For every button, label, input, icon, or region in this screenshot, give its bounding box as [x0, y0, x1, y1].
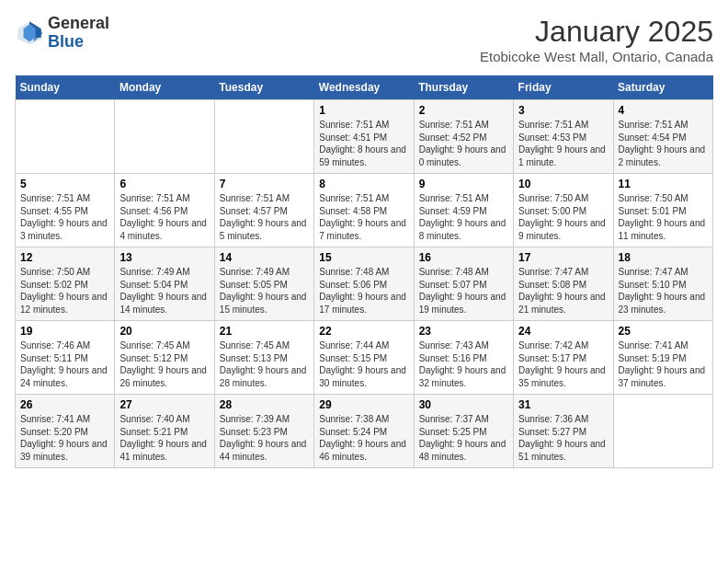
calendar-week-row: 26Sunrise: 7:41 AMSunset: 5:20 PMDayligh…	[16, 395, 713, 468]
day-info: Sunrise: 7:36 AMSunset: 5:27 PMDaylight:…	[518, 413, 608, 463]
day-number: 9	[419, 178, 508, 190]
calendar-cell	[613, 395, 712, 468]
page-header: General Blue January 2025 Etobicoke West…	[15, 15, 713, 64]
day-number: 22	[319, 325, 408, 338]
weekday-header: Wednesday	[314, 75, 414, 100]
day-info: Sunrise: 7:42 AMSunset: 5:17 PMDaylight:…	[518, 339, 608, 389]
calendar-cell: 2Sunrise: 7:51 AMSunset: 4:52 PMDaylight…	[414, 100, 513, 174]
calendar-cell: 3Sunrise: 7:51 AMSunset: 4:53 PMDaylight…	[514, 100, 613, 174]
weekday-header: Thursday	[414, 75, 513, 100]
day-number: 30	[419, 398, 508, 411]
title-section: January 2025 Etobicoke West Mall, Ontari…	[480, 15, 713, 64]
day-number: 11	[619, 178, 708, 190]
weekday-header: Friday	[514, 75, 613, 100]
calendar-cell: 13Sunrise: 7:49 AMSunset: 5:04 PMDayligh…	[115, 247, 214, 321]
calendar-cell: 15Sunrise: 7:48 AMSunset: 5:06 PMDayligh…	[314, 247, 414, 321]
day-number: 19	[20, 325, 109, 338]
calendar-cell: 25Sunrise: 7:41 AMSunset: 5:19 PMDayligh…	[613, 321, 712, 395]
day-number: 27	[119, 398, 209, 411]
day-number: 4	[619, 104, 708, 117]
calendar-cell: 24Sunrise: 7:42 AMSunset: 5:17 PMDayligh…	[514, 321, 613, 395]
logo-blue-text: Blue	[48, 33, 109, 52]
day-number: 24	[518, 325, 608, 338]
logo: General Blue	[15, 15, 109, 52]
day-number: 14	[220, 251, 309, 264]
calendar-cell: 21Sunrise: 7:45 AMSunset: 5:13 PMDayligh…	[214, 321, 313, 395]
day-number: 12	[20, 251, 109, 264]
day-info: Sunrise: 7:50 AMSunset: 5:00 PMDaylight:…	[518, 192, 608, 242]
day-info: Sunrise: 7:51 AMSunset: 4:58 PMDaylight:…	[319, 192, 408, 242]
day-info: Sunrise: 7:40 AMSunset: 5:21 PMDaylight:…	[119, 413, 209, 463]
day-info: Sunrise: 7:51 AMSunset: 4:54 PMDaylight:…	[619, 119, 708, 168]
day-number: 23	[419, 325, 508, 338]
weekday-header: Sunday	[16, 75, 115, 100]
day-info: Sunrise: 7:51 AMSunset: 4:56 PMDaylight:…	[119, 192, 209, 242]
day-number: 31	[518, 398, 608, 411]
calendar-cell: 18Sunrise: 7:47 AMSunset: 5:10 PMDayligh…	[613, 247, 712, 321]
day-info: Sunrise: 7:48 AMSunset: 5:06 PMDaylight:…	[319, 266, 408, 316]
day-info: Sunrise: 7:51 AMSunset: 4:57 PMDaylight:…	[220, 192, 309, 242]
day-info: Sunrise: 7:38 AMSunset: 5:24 PMDaylight:…	[319, 413, 408, 463]
day-info: Sunrise: 7:50 AMSunset: 5:01 PMDaylight:…	[619, 192, 708, 242]
day-info: Sunrise: 7:44 AMSunset: 5:15 PMDaylight:…	[319, 339, 408, 389]
day-number: 8	[319, 178, 408, 190]
calendar-cell: 28Sunrise: 7:39 AMSunset: 5:23 PMDayligh…	[214, 395, 313, 468]
day-number: 10	[518, 178, 608, 190]
day-info: Sunrise: 7:50 AMSunset: 5:02 PMDaylight:…	[20, 266, 109, 316]
day-info: Sunrise: 7:49 AMSunset: 5:05 PMDaylight:…	[220, 266, 309, 316]
calendar-cell	[115, 100, 214, 174]
day-info: Sunrise: 7:45 AMSunset: 5:13 PMDaylight:…	[220, 339, 309, 389]
calendar-cell: 22Sunrise: 7:44 AMSunset: 5:15 PMDayligh…	[314, 321, 414, 395]
day-info: Sunrise: 7:41 AMSunset: 5:19 PMDaylight:…	[619, 339, 708, 389]
day-info: Sunrise: 7:37 AMSunset: 5:25 PMDaylight:…	[419, 413, 508, 463]
calendar-cell: 27Sunrise: 7:40 AMSunset: 5:21 PMDayligh…	[115, 395, 214, 468]
day-info: Sunrise: 7:46 AMSunset: 5:11 PMDaylight:…	[20, 339, 109, 389]
calendar-cell: 14Sunrise: 7:49 AMSunset: 5:05 PMDayligh…	[214, 247, 313, 321]
day-number: 16	[419, 251, 508, 264]
day-info: Sunrise: 7:51 AMSunset: 4:52 PMDaylight:…	[419, 119, 508, 168]
day-info: Sunrise: 7:48 AMSunset: 5:07 PMDaylight:…	[419, 266, 508, 316]
calendar-cell: 9Sunrise: 7:51 AMSunset: 4:59 PMDaylight…	[414, 174, 513, 247]
calendar-cell: 30Sunrise: 7:37 AMSunset: 5:25 PMDayligh…	[414, 395, 513, 468]
logo-text: General Blue	[48, 15, 109, 52]
day-info: Sunrise: 7:51 AMSunset: 4:59 PMDaylight:…	[419, 192, 508, 242]
day-number: 26	[20, 398, 109, 411]
day-info: Sunrise: 7:43 AMSunset: 5:16 PMDaylight:…	[419, 339, 508, 389]
calendar-cell: 29Sunrise: 7:38 AMSunset: 5:24 PMDayligh…	[314, 395, 414, 468]
day-number: 18	[619, 251, 708, 264]
calendar-table: SundayMondayTuesdayWednesdayThursdayFrid…	[15, 75, 713, 468]
calendar-week-row: 5Sunrise: 7:51 AMSunset: 4:55 PMDaylight…	[16, 174, 713, 247]
calendar-week-row: 12Sunrise: 7:50 AMSunset: 5:02 PMDayligh…	[16, 247, 713, 321]
calendar-week-row: 1Sunrise: 7:51 AMSunset: 4:51 PMDaylight…	[16, 100, 713, 174]
calendar-cell	[16, 100, 115, 174]
calendar-cell: 1Sunrise: 7:51 AMSunset: 4:51 PMDaylight…	[314, 100, 414, 174]
logo-icon	[15, 18, 44, 48]
day-number: 5	[20, 178, 109, 190]
day-number: 7	[220, 178, 309, 190]
calendar-week-row: 19Sunrise: 7:46 AMSunset: 5:11 PMDayligh…	[16, 321, 713, 395]
day-number: 20	[119, 325, 209, 338]
day-info: Sunrise: 7:47 AMSunset: 5:08 PMDaylight:…	[518, 266, 608, 316]
day-number: 2	[419, 104, 508, 117]
day-info: Sunrise: 7:51 AMSunset: 4:51 PMDaylight:…	[319, 119, 408, 168]
calendar-cell: 17Sunrise: 7:47 AMSunset: 5:08 PMDayligh…	[514, 247, 613, 321]
day-number: 3	[518, 104, 608, 117]
calendar-cell: 26Sunrise: 7:41 AMSunset: 5:20 PMDayligh…	[16, 395, 115, 468]
weekday-header: Tuesday	[214, 75, 313, 100]
day-number: 25	[619, 325, 708, 338]
day-number: 1	[319, 104, 408, 117]
weekday-header-row: SundayMondayTuesdayWednesdayThursdayFrid…	[16, 75, 713, 100]
day-info: Sunrise: 7:51 AMSunset: 4:53 PMDaylight:…	[518, 119, 608, 168]
calendar-cell: 20Sunrise: 7:45 AMSunset: 5:12 PMDayligh…	[115, 321, 214, 395]
day-number: 13	[119, 251, 209, 264]
day-info: Sunrise: 7:49 AMSunset: 5:04 PMDaylight:…	[119, 266, 209, 316]
calendar-cell: 5Sunrise: 7:51 AMSunset: 4:55 PMDaylight…	[16, 174, 115, 247]
calendar-cell: 23Sunrise: 7:43 AMSunset: 5:16 PMDayligh…	[414, 321, 513, 395]
location: Etobicoke West Mall, Ontario, Canada	[480, 49, 713, 64]
calendar-cell: 6Sunrise: 7:51 AMSunset: 4:56 PMDaylight…	[115, 174, 214, 247]
day-number: 15	[319, 251, 408, 264]
calendar-cell: 7Sunrise: 7:51 AMSunset: 4:57 PMDaylight…	[214, 174, 313, 247]
weekday-header: Saturday	[613, 75, 712, 100]
calendar-cell: 8Sunrise: 7:51 AMSunset: 4:58 PMDaylight…	[314, 174, 414, 247]
logo-general: General	[48, 15, 109, 33]
